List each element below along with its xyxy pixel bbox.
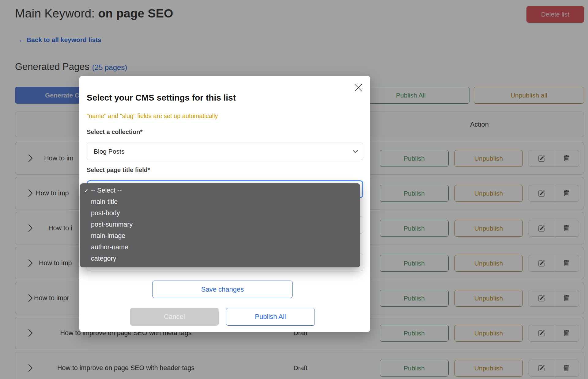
dropdown-option-post-body[interactable]: post-body bbox=[80, 208, 360, 219]
dropdown-option-author-name[interactable]: author-name bbox=[80, 242, 360, 253]
dropdown-option-label: main-title bbox=[91, 198, 118, 206]
checkmark-icon: ✓ bbox=[84, 187, 91, 194]
page-title-dropdown-menu: ✓ -- Select -- main-title post-body post… bbox=[80, 183, 360, 267]
save-changes-button[interactable]: Save changes bbox=[152, 281, 293, 298]
dropdown-option-category[interactable]: category bbox=[80, 253, 360, 264]
dropdown-option-main-title[interactable]: main-title bbox=[80, 196, 360, 208]
dropdown-option-label: category bbox=[91, 255, 116, 262]
dropdown-option-main-image[interactable]: main-image bbox=[80, 230, 360, 242]
dropdown-option-label: post-summary bbox=[91, 221, 133, 228]
dropdown-option-label: author-name bbox=[91, 243, 128, 251]
dropdown-option-select[interactable]: ✓ -- Select -- bbox=[80, 185, 360, 196]
dropdown-option-post-summary[interactable]: post-summary bbox=[80, 219, 360, 230]
collection-select-value: Blog Posts bbox=[94, 148, 124, 155]
page-title-field-label: Select page title field* bbox=[87, 167, 150, 174]
chevron-down-icon bbox=[352, 150, 358, 153]
dropdown-option-label: -- Select -- bbox=[91, 187, 122, 194]
close-icon[interactable] bbox=[352, 82, 364, 94]
collection-select[interactable]: Blog Posts bbox=[87, 143, 363, 160]
collection-label: Select a collection* bbox=[87, 128, 142, 136]
cancel-button[interactable]: Cancel bbox=[130, 308, 219, 326]
modal-note: "name" and "slug" fields are set up auto… bbox=[87, 113, 218, 120]
modal-title: Select your CMS settings for this list bbox=[87, 93, 236, 103]
dropdown-option-label: post-body bbox=[91, 209, 120, 217]
modal-publish-all-button[interactable]: Publish All bbox=[226, 308, 315, 326]
dropdown-option-label: main-image bbox=[91, 232, 125, 240]
cms-settings-modal: Select your CMS settings for this list "… bbox=[79, 76, 370, 332]
